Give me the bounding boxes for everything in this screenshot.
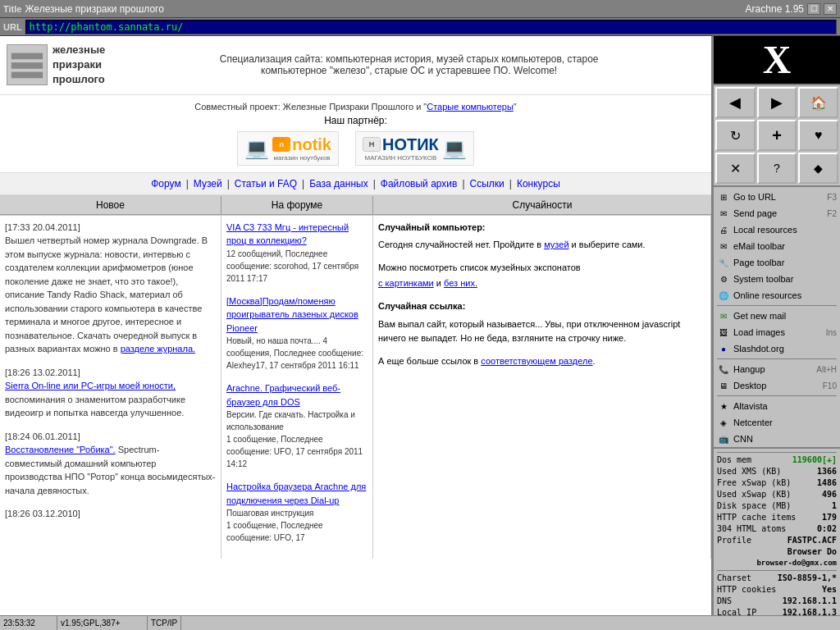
forum-column: VIA C3 733 Мгц - интересный проц в колле… — [221, 216, 373, 559]
svg-rect-2 — [11, 62, 43, 69]
nav-museum[interactable]: Музей — [189, 178, 227, 189]
news-item-1: [17:33 20.04.2011] Вышел четвертый номер… — [5, 221, 216, 356]
nav-articles[interactable]: Статьи и FAQ — [230, 178, 302, 189]
cnn-icon: 📺 — [717, 432, 730, 445]
add-button[interactable]: + — [757, 120, 797, 151]
home-button[interactable]: 🏠 — [798, 87, 838, 118]
menu-hangup[interactable]: 📞 Hangup Alt+H — [714, 361, 840, 377]
more-links-link[interactable]: соответствующем разделе — [481, 356, 592, 366]
menu-online-resources[interactable]: 🌐 Online resources — [714, 287, 840, 304]
netcenter-label: Netcenter — [733, 418, 837, 427]
refresh-button[interactable]: ↻ — [715, 120, 756, 151]
menu-cnn[interactable]: 📺 CNN — [714, 431, 840, 447]
stat-disk: Disk space (MB) 1 — [717, 500, 837, 512]
stop-button[interactable]: ✕ — [715, 153, 756, 184]
forum-link-2[interactable]: [Москва]Продам/поменяю проигрыватель лаз… — [226, 296, 358, 333]
stat-used-xswap: Used xSwap (KB) 496 — [717, 489, 837, 500]
logo-icon — [7, 44, 48, 85]
notik-cyr-sub: МАГАЗИН НОУТБУКОВ — [365, 154, 437, 162]
close-button[interactable]: ✕ — [824, 3, 837, 15]
menu-go-to-url[interactable]: ⊞ Go to URL F3 — [714, 189, 840, 205]
menu-system-toolbar[interactable]: ⚙ System toolbar — [714, 271, 840, 287]
menu-desktop[interactable]: 🖥 Desktop F10 — [714, 377, 840, 394]
url-input[interactable] — [25, 20, 837, 34]
random-column: Случайный компьютер: Сегодня случайносте… — [373, 216, 711, 559]
desktop-icon: 🖥 — [717, 379, 730, 392]
news-link-1[interactable]: разделе журнала. — [121, 344, 195, 354]
go-to-url-label: Go to URL — [733, 192, 824, 202]
right-menu: ⊞ Go to URL F3 ✉ Send page F2 🖨 Local re… — [714, 187, 840, 615]
partner-row: 💻 n notik магазин ноутбуков Н НО — [7, 131, 705, 166]
nav-contests[interactable]: Конкурсы — [512, 178, 565, 189]
back-button[interactable]: ◀ — [715, 87, 756, 118]
without-pictures-link[interactable]: без них. — [444, 278, 477, 288]
load-images-icon: 🖼 — [717, 326, 730, 339]
menu-slashdot[interactable]: ● Slashdot.org — [714, 340, 840, 357]
site-logo: железныепризракипрошлого — [7, 43, 105, 88]
netcenter-icon: ◈ — [717, 416, 730, 429]
museum-link[interactable]: музей — [544, 240, 568, 249]
collab-line: Совместный проект: Железные Призраки Про… — [7, 102, 705, 112]
notik-logo-left: n notik магазин ноутбуков — [272, 135, 331, 162]
search-button[interactable]: ? — [757, 153, 797, 184]
forum-link-3[interactable]: Arachne. Графический веб-браузер для DOS — [226, 383, 340, 407]
title-bar: Title Железные призраки прошлого Arachne… — [0, 0, 840, 18]
favorite-button[interactable]: ♥ — [798, 120, 838, 151]
status-version: v1.95;GPL,387+ — [57, 616, 148, 630]
menu-netcenter[interactable]: ◈ Netcenter — [714, 414, 840, 431]
menu-email-toolbar[interactable]: ✉ eMail toolbar — [714, 238, 840, 254]
menu-local-resources[interactable]: 🖨 Local resources — [714, 221, 840, 238]
news-item-3: [18:24 06.01.2011] Восстановление "Робик… — [5, 430, 216, 498]
right-panel: X ◀ ▶ 🏠 ↻ + ♥ ✕ ? ◆ ⊞ Go to URL F3 ✉ Sen… — [713, 36, 840, 615]
collab-link[interactable]: Старые компьютеры — [427, 102, 514, 112]
nav-archive[interactable]: Файловый архив — [376, 178, 463, 189]
hangup-label: Hangup — [733, 364, 813, 374]
maximize-button[interactable]: ☐ — [807, 3, 820, 15]
news-link-2[interactable]: Sierra On-line или PC-игры моей юности, — [5, 381, 176, 390]
menu-send-page[interactable]: ✉ Send page F2 — [714, 205, 840, 221]
news-link-3[interactable]: Восстановление "Робика". — [5, 445, 116, 454]
menu-get-new-mail[interactable]: ✉ Get new mail — [714, 308, 840, 324]
news-item-2: [18:26 13.02.2011] Sierra On-line или PC… — [5, 366, 216, 420]
forum-item-4: Настройка браузера Arachne для подключен… — [226, 480, 368, 544]
forward-button[interactable]: ▶ — [757, 87, 797, 118]
title-label: Title — [3, 4, 21, 14]
random-link-label: Случайная ссылка: — [378, 299, 705, 314]
local-resources-icon: 🖨 — [717, 223, 730, 236]
news-column: [17:33 20.04.2011] Вышел четвертый номер… — [0, 216, 221, 559]
nav-database[interactable]: База данных — [304, 178, 372, 189]
stat-local-ip: Local IP 192.168.1.3 — [717, 607, 837, 615]
stats-divider — [717, 452, 837, 453]
site-description: Специализация сайта: компьютерная истори… — [113, 53, 705, 76]
logo-text: железныепризракипрошлого — [52, 43, 105, 88]
stat-dns: DNS 192.168.1.1 — [717, 596, 837, 607]
page-toolbar-label: Page toolbar — [733, 258, 837, 267]
menu-altavista[interactable]: ★ Altavista — [714, 398, 840, 414]
notik-icon: n — [272, 137, 290, 152]
forum-item-2: [Москва]Продам/поменяю проигрыватель лаз… — [226, 294, 368, 372]
stat-cookies: HTTP cookies Yes — [717, 584, 837, 596]
system-toolbar-label: System toolbar — [733, 274, 837, 284]
forum-link-4[interactable]: Настройка браузера Arachne для подключен… — [226, 482, 366, 505]
stats-panel: Dos mem 119600[+] Used XMS (KB) 1366 Fre… — [714, 447, 840, 615]
online-resources-icon: 🌐 — [717, 289, 730, 302]
slashdot-label: Slashdot.org — [733, 344, 837, 354]
extra-button[interactable]: ◆ — [798, 153, 838, 184]
desktop-label: Desktop — [733, 381, 819, 390]
hangup-icon: 📞 — [717, 363, 730, 376]
online-resources-label: Online resources — [733, 290, 837, 300]
with-pictures-link[interactable]: с картинками — [378, 278, 434, 288]
menu-page-toolbar[interactable]: 🔧 Page toolbar — [714, 254, 840, 271]
email-toolbar-label: eMail toolbar — [733, 241, 837, 251]
get-new-mail-icon: ✉ — [717, 309, 730, 322]
nav-links[interactable]: Ссылки — [465, 178, 509, 189]
menu-load-images[interactable]: 🖼 Load images Ins — [714, 324, 840, 340]
nav-forum[interactable]: Форум — [146, 178, 185, 189]
get-new-mail-label: Get new mail — [733, 311, 837, 321]
svg-rect-1 — [11, 53, 43, 60]
logo-area: X — [714, 36, 840, 85]
partner-label: Наш партнёр: — [7, 115, 705, 126]
stat-http-cache: HTTP cache items 179 — [717, 512, 837, 523]
go-to-url-shortcut: F3 — [827, 193, 837, 202]
forum-link-1[interactable]: VIA C3 733 Мгц - интересный проц в колле… — [226, 222, 349, 246]
